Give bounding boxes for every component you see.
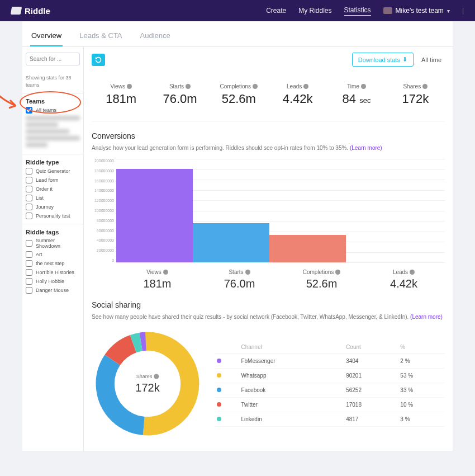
riddle-type-item[interactable]: Personality test <box>26 213 80 219</box>
y-tick: 40000000 <box>97 238 114 242</box>
topnav: Create My Riddles Statistics Mike's test… <box>266 6 464 16</box>
refresh-button[interactable] <box>92 54 105 66</box>
bar-footer-cell: Starts76.0m <box>198 269 281 290</box>
checkbox-all-teams[interactable]: All teams <box>26 107 80 114</box>
donut-center-label: Shares <box>136 374 153 379</box>
main-content: Download stats ⬇ All time Views 181m Sta… <box>84 47 453 451</box>
annotation-arrow-icon <box>0 65 29 114</box>
riddle-tag-item[interactable]: the next step <box>26 260 80 267</box>
riddle-type-item[interactable]: List <box>26 195 80 201</box>
share-table-row: Twitter1701810 % <box>215 398 445 412</box>
page-container: Overview Leads & CTA Audience Showing st… <box>22 21 453 451</box>
checkbox-input[interactable] <box>26 204 32 210</box>
cell-count: 17018 <box>344 398 398 412</box>
bar-starts[interactable] <box>193 223 269 262</box>
stat-value: 52.6m <box>210 92 268 106</box>
cell-channel: Whatsapp <box>239 369 344 383</box>
checkbox-input[interactable] <box>26 240 32 247</box>
checkbox-input[interactable] <box>26 168 32 175</box>
stats-row: Views 181m Starts 76.0m Completions 52.6… <box>92 72 445 121</box>
checkbox-input[interactable] <box>26 186 32 192</box>
info-icon[interactable] <box>127 84 132 89</box>
riddle-type-item[interactable]: Journey <box>26 204 80 210</box>
color-dot-icon <box>217 359 221 363</box>
riddle-tag-item[interactable]: Summer Showdown <box>26 238 80 249</box>
stat-label: Leads <box>287 83 302 89</box>
stat-label: Shares <box>403 83 421 89</box>
info-icon[interactable] <box>410 270 415 275</box>
share-table-row: FbMessenger34042 % <box>215 354 445 369</box>
info-icon[interactable] <box>335 270 340 275</box>
riddle-tags-title: Riddle tags <box>26 229 80 235</box>
info-icon[interactable] <box>253 84 258 89</box>
stat-views: Views 181m <box>92 83 150 106</box>
info-icon[interactable] <box>245 270 250 275</box>
sidebar-search <box>26 53 80 65</box>
teams-title: Teams <box>26 98 80 105</box>
checkbox-input[interactable] <box>26 287 32 294</box>
checkbox-input[interactable] <box>26 269 32 276</box>
checkbox-input[interactable] <box>26 278 32 285</box>
info-icon[interactable] <box>361 84 366 89</box>
desc-text: Analyse how your lead generation form is… <box>92 145 350 151</box>
riddle-tag-item[interactable]: Horrible Histories <box>26 269 80 276</box>
checkbox-label: Holly Hobbie <box>36 279 64 284</box>
cell-count: 90201 <box>344 369 398 383</box>
info-icon[interactable] <box>163 270 168 275</box>
th-channel: Channel <box>239 341 344 354</box>
bar-footer-value: 181m <box>116 277 198 290</box>
time-range-selector[interactable]: All time <box>418 54 445 66</box>
riddle-tag-item[interactable]: Holly Hobbie <box>26 278 80 285</box>
y-axis: 2000000001800000001600000001400000001200… <box>92 159 116 262</box>
stat-label: Completions <box>220 83 251 89</box>
riddle-type-item[interactable]: Order it <box>26 186 80 192</box>
stat-label: Views <box>110 83 125 89</box>
nav-statistics[interactable]: Statistics <box>344 6 371 16</box>
checkbox-input[interactable] <box>26 177 32 183</box>
info-icon[interactable] <box>422 84 428 89</box>
checkbox-label: the next step <box>36 261 65 266</box>
learn-more-link[interactable]: (Learn more) <box>410 314 443 320</box>
info-icon[interactable] <box>186 84 191 89</box>
learn-more-link[interactable]: (Learn more) <box>350 145 382 151</box>
info-icon[interactable] <box>154 374 159 379</box>
sharing-desc: See how many people have shared their qu… <box>92 314 445 320</box>
download-icon: ⬇ <box>402 56 407 63</box>
info-icon[interactable] <box>303 84 308 89</box>
y-tick: 200000000 <box>94 159 114 163</box>
download-label: Download stats <box>358 56 400 63</box>
donut-center-value: 172k <box>135 381 159 394</box>
riddle-type-item[interactable]: Lead form <box>26 177 80 183</box>
riddle-tag-item[interactable]: Art <box>26 251 80 258</box>
nav-my-riddles[interactable]: My Riddles <box>298 7 331 15</box>
stat-shares: Shares 172k <box>386 83 445 106</box>
tab-overview[interactable]: Overview <box>30 21 63 46</box>
tab-audience[interactable]: Audience <box>139 21 172 46</box>
riddle-type-item[interactable]: Quiz Generator <box>26 168 80 175</box>
sidebar-teams-block: Teams All teams <box>22 93 83 154</box>
riddle-tag-item[interactable]: Danger Mouse <box>26 287 80 294</box>
share-table-row: Linkedin48173 % <box>215 412 445 427</box>
search-input[interactable] <box>26 53 80 65</box>
checkbox-input[interactable] <box>26 251 32 258</box>
team-selector[interactable]: Mike's test team ▾ <box>383 7 450 15</box>
refresh-icon <box>95 56 102 63</box>
cell-channel: Facebook <box>239 383 344 398</box>
cell-pct: 10 % <box>398 398 445 412</box>
sidebar-showing-meta: Showing stats for 38 teams <box>22 70 83 93</box>
chevron-down-icon: ▾ <box>447 8 450 14</box>
bar-completions[interactable] <box>269 235 346 262</box>
showing-stats-label: Showing stats for 38 teams <box>26 74 80 88</box>
stat-value: 84 sec <box>327 92 386 106</box>
nav-create[interactable]: Create <box>266 7 286 15</box>
sidebar-riddle-type-block: Riddle type Quiz GeneratorLead formOrder… <box>22 154 83 224</box>
bar-footer-label: Leads <box>393 269 408 275</box>
time-range-label: All time <box>421 56 441 63</box>
download-stats-button[interactable]: Download stats ⬇ <box>352 53 414 67</box>
bar-views[interactable] <box>116 169 193 262</box>
checkbox-input[interactable] <box>26 260 32 267</box>
checkbox-label: All teams <box>36 107 56 113</box>
checkbox-input[interactable] <box>26 195 32 201</box>
checkbox-input[interactable] <box>26 213 32 219</box>
tab-leads-cta[interactable]: Leads & CTA <box>78 21 123 46</box>
